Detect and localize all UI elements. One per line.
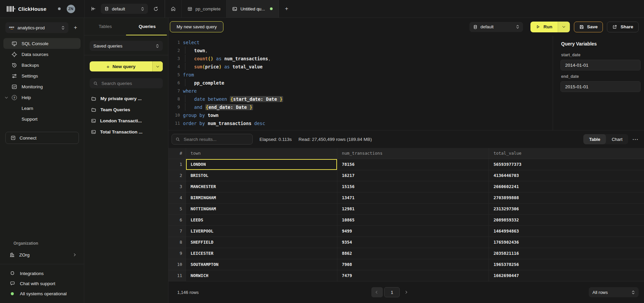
data-cell[interactable]: 2660602241 [489,181,644,192]
sidebar-item-support[interactable]: Support [3,114,81,124]
new-query-button[interactable]: + New query [90,61,163,71]
data-cell[interactable]: 2703899808 [489,192,644,203]
avatar[interactable]: ZN [67,5,75,13]
start-date-input[interactable] [560,60,641,70]
brand: ClickHouse ZN [0,0,84,18]
tab-untitled-query[interactable]: Untitled qu... [226,0,278,18]
column-header[interactable]: town [186,148,337,159]
row-number-cell[interactable]: 2 [168,170,186,181]
sidebar-item-data-sources[interactable]: Data sources [3,49,81,60]
row-number-cell[interactable]: 5 [168,203,186,214]
data-cell[interactable]: NOTTINGHAM [186,203,337,214]
saved-queries-selector[interactable]: Saved queries [90,41,163,51]
connect-button[interactable]: Connect [5,132,79,144]
sidebar-item-help[interactable]: ? Help [3,92,81,103]
saved-query-item[interactable]: Team Queries [90,104,163,115]
data-cell[interactable]: 8862 [337,248,489,259]
column-header[interactable]: # [168,148,186,159]
data-cell[interactable]: 2035821116 [489,248,644,259]
sidebar-item-backups[interactable]: Backups [3,60,81,70]
row-number-cell[interactable]: 1 [168,159,186,170]
end-date-input[interactable] [560,81,641,92]
saved-query-tab[interactable]: My new saved query [170,21,223,32]
column-header[interactable]: total_value [489,148,644,159]
data-cell[interactable]: 7908 [337,259,489,270]
data-cell[interactable]: BRISTOL [186,170,337,181]
data-cell[interactable]: NORWICH [186,270,337,281]
share-button[interactable]: Share [607,22,639,32]
data-cell[interactable]: 9354 [337,237,489,248]
sidebar-item-learn[interactable]: Learn [3,103,81,114]
data-cell[interactable]: 15156 [337,181,489,192]
status-all-systems[interactable]: All systems operational [0,289,84,299]
data-cell[interactable]: 4136446703 [489,170,644,181]
data-cell[interactable]: MANCHESTER [186,181,337,192]
tab-tables[interactable]: Tables [84,18,126,35]
tab-home[interactable] [165,0,181,18]
data-cell[interactable]: 16217 [337,170,489,181]
search-results-input[interactable] [183,137,249,142]
save-button[interactable]: Save [574,22,603,32]
search-queries-input[interactable] [101,81,162,86]
view-toggle-chart[interactable]: Chart [606,134,628,144]
data-cell[interactable]: 1662690447 [489,270,644,281]
tab-pp-complete[interactable]: pp_complete [181,0,226,18]
new-tab-button[interactable]: + [279,0,294,18]
saved-query-item[interactable]: My private query ... [90,93,163,104]
row-number-cell[interactable]: 10 [168,259,186,270]
refresh-icon[interactable] [153,6,158,11]
data-cell[interactable]: 12981 [337,203,489,214]
row-number-cell[interactable]: 9 [168,248,186,259]
data-cell[interactable]: 1965378256 [489,259,644,270]
data-cell[interactable]: 56593977373 [489,159,644,170]
saved-query-item[interactable]: Total Transaction ... [90,126,163,138]
sidebar-item-sql-console[interactable]: SQL Console [3,38,81,49]
data-cell[interactable]: 9499 [337,225,489,237]
database-selector[interactable]: default [101,4,148,14]
data-cell[interactable]: BIRMINGHAM [186,192,337,203]
data-cell[interactable]: LONDON [186,159,337,170]
sidebar-item-integrations[interactable]: Integrations [0,268,84,278]
view-toggle-table[interactable]: Table [583,134,606,144]
row-number-cell[interactable]: 6 [168,214,186,225]
data-cell[interactable]: SHEFFIELD [186,237,337,248]
row-number-cell[interactable]: 4 [168,192,186,203]
organization-item[interactable]: ZOrg [0,249,84,261]
add-service-button[interactable]: + [72,24,79,32]
data-cell[interactable]: 13471 [337,192,489,203]
data-cell[interactable]: 10865 [337,214,489,225]
run-options-dropdown[interactable] [558,22,570,32]
row-number-cell[interactable]: 11 [168,270,186,281]
data-cell[interactable]: 1765902436 [489,237,644,248]
tab-queries[interactable]: Queries [126,18,168,35]
row-number-cell[interactable]: 3 [168,181,186,192]
new-query-dropdown[interactable] [152,61,163,71]
collapse-sidebar-icon[interactable] [91,6,96,11]
data-cell[interactable]: LIVERPOOL [186,225,337,237]
data-cell[interactable]: 2313297306 [489,203,644,214]
page-size-selector[interactable]: All rows [589,287,639,297]
sidebar-item-settings[interactable]: Settings [3,70,81,81]
row-number-cell[interactable]: 8 [168,237,186,248]
sidebar-item-chat-support[interactable]: Chat with support [0,278,84,289]
table-row: 8SHEFFIELD93541765902436 [168,237,644,248]
service-selector[interactable]: aws analytics-prod [5,22,68,33]
previous-page-button[interactable] [371,287,383,297]
data-cell[interactable]: 78156 [337,159,489,170]
run-button[interactable]: Run [530,22,570,32]
data-cell[interactable]: 1464994863 [489,225,644,237]
data-cell[interactable]: LEICESTER [186,248,337,259]
data-cell[interactable]: LEEDS [186,214,337,225]
more-options-icon[interactable]: ··· [633,137,639,142]
run-database-selector[interactable]: default [469,22,523,32]
row-number-cell[interactable]: 7 [168,225,186,237]
column-header[interactable]: num_transactions [337,148,489,159]
data-cell[interactable]: 7479 [337,270,489,281]
next-page-button[interactable] [405,291,407,293]
data-cell[interactable]: 2089859332 [489,214,644,225]
sql-editor[interactable]: 1select2town,3count() as num_transaction… [168,36,553,130]
saved-query-item[interactable]: London Transacti... [90,115,163,126]
sidebar-item-monitoring[interactable]: Monitoring [3,81,81,92]
data-cell[interactable]: SOUTHAMPTON [186,259,337,270]
current-page[interactable]: 1 [384,287,400,297]
